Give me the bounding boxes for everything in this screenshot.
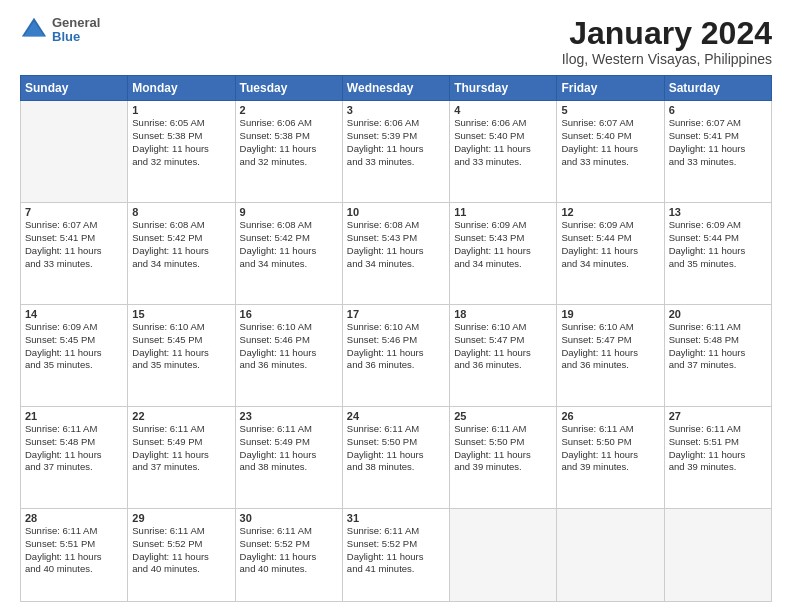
day-number: 5 xyxy=(561,104,659,116)
day-info: Sunrise: 6:09 AM Sunset: 5:45 PM Dayligh… xyxy=(25,321,123,372)
calendar-header-wednesday: Wednesday xyxy=(342,76,449,101)
calendar-cell: 22Sunrise: 6:11 AM Sunset: 5:49 PM Dayli… xyxy=(128,406,235,508)
day-info: Sunrise: 6:11 AM Sunset: 5:50 PM Dayligh… xyxy=(347,423,445,474)
day-info: Sunrise: 6:09 AM Sunset: 5:43 PM Dayligh… xyxy=(454,219,552,270)
calendar-header-sunday: Sunday xyxy=(21,76,128,101)
day-number: 31 xyxy=(347,512,445,524)
calendar-cell: 15Sunrise: 6:10 AM Sunset: 5:45 PM Dayli… xyxy=(128,305,235,407)
calendar-header-friday: Friday xyxy=(557,76,664,101)
calendar-week-row: 28Sunrise: 6:11 AM Sunset: 5:51 PM Dayli… xyxy=(21,508,772,601)
day-number: 10 xyxy=(347,206,445,218)
logo-general: General xyxy=(52,16,100,30)
day-number: 2 xyxy=(240,104,338,116)
calendar-cell: 27Sunrise: 6:11 AM Sunset: 5:51 PM Dayli… xyxy=(664,406,771,508)
day-info: Sunrise: 6:08 AM Sunset: 5:42 PM Dayligh… xyxy=(240,219,338,270)
day-info: Sunrise: 6:10 AM Sunset: 5:45 PM Dayligh… xyxy=(132,321,230,372)
calendar-cell: 18Sunrise: 6:10 AM Sunset: 5:47 PM Dayli… xyxy=(450,305,557,407)
calendar-week-row: 21Sunrise: 6:11 AM Sunset: 5:48 PM Dayli… xyxy=(21,406,772,508)
day-info: Sunrise: 6:10 AM Sunset: 5:47 PM Dayligh… xyxy=(454,321,552,372)
day-number: 7 xyxy=(25,206,123,218)
day-number: 27 xyxy=(669,410,767,422)
day-number: 9 xyxy=(240,206,338,218)
day-number: 8 xyxy=(132,206,230,218)
main-title: January 2024 xyxy=(562,16,772,51)
calendar-header-tuesday: Tuesday xyxy=(235,76,342,101)
calendar-cell: 14Sunrise: 6:09 AM Sunset: 5:45 PM Dayli… xyxy=(21,305,128,407)
logo-text: General Blue xyxy=(52,16,100,45)
day-info: Sunrise: 6:11 AM Sunset: 5:51 PM Dayligh… xyxy=(669,423,767,474)
calendar-cell: 21Sunrise: 6:11 AM Sunset: 5:48 PM Dayli… xyxy=(21,406,128,508)
logo-icon xyxy=(20,16,48,44)
day-info: Sunrise: 6:06 AM Sunset: 5:38 PM Dayligh… xyxy=(240,117,338,168)
calendar-header-saturday: Saturday xyxy=(664,76,771,101)
day-number: 16 xyxy=(240,308,338,320)
calendar-table: SundayMondayTuesdayWednesdayThursdayFrid… xyxy=(20,75,772,602)
calendar-cell: 7Sunrise: 6:07 AM Sunset: 5:41 PM Daylig… xyxy=(21,203,128,305)
calendar-cell: 5Sunrise: 6:07 AM Sunset: 5:40 PM Daylig… xyxy=(557,101,664,203)
calendar-cell: 1Sunrise: 6:05 AM Sunset: 5:38 PM Daylig… xyxy=(128,101,235,203)
day-info: Sunrise: 6:11 AM Sunset: 5:48 PM Dayligh… xyxy=(25,423,123,474)
header: General Blue January 2024 Ilog, Western … xyxy=(20,16,772,67)
calendar-cell xyxy=(664,508,771,601)
calendar-cell xyxy=(557,508,664,601)
calendar-cell xyxy=(21,101,128,203)
day-info: Sunrise: 6:05 AM Sunset: 5:38 PM Dayligh… xyxy=(132,117,230,168)
day-info: Sunrise: 6:11 AM Sunset: 5:52 PM Dayligh… xyxy=(240,525,338,576)
calendar-cell: 24Sunrise: 6:11 AM Sunset: 5:50 PM Dayli… xyxy=(342,406,449,508)
calendar-cell: 10Sunrise: 6:08 AM Sunset: 5:43 PM Dayli… xyxy=(342,203,449,305)
calendar-cell: 6Sunrise: 6:07 AM Sunset: 5:41 PM Daylig… xyxy=(664,101,771,203)
calendar-cell: 12Sunrise: 6:09 AM Sunset: 5:44 PM Dayli… xyxy=(557,203,664,305)
calendar-cell: 4Sunrise: 6:06 AM Sunset: 5:40 PM Daylig… xyxy=(450,101,557,203)
calendar-cell: 30Sunrise: 6:11 AM Sunset: 5:52 PM Dayli… xyxy=(235,508,342,601)
day-info: Sunrise: 6:11 AM Sunset: 5:49 PM Dayligh… xyxy=(240,423,338,474)
day-number: 28 xyxy=(25,512,123,524)
day-info: Sunrise: 6:09 AM Sunset: 5:44 PM Dayligh… xyxy=(561,219,659,270)
calendar-cell: 26Sunrise: 6:11 AM Sunset: 5:50 PM Dayli… xyxy=(557,406,664,508)
calendar-cell: 11Sunrise: 6:09 AM Sunset: 5:43 PM Dayli… xyxy=(450,203,557,305)
day-number: 22 xyxy=(132,410,230,422)
logo: General Blue xyxy=(20,16,100,45)
subtitle: Ilog, Western Visayas, Philippines xyxy=(562,51,772,67)
day-info: Sunrise: 6:07 AM Sunset: 5:41 PM Dayligh… xyxy=(669,117,767,168)
calendar-week-row: 14Sunrise: 6:09 AM Sunset: 5:45 PM Dayli… xyxy=(21,305,772,407)
calendar-week-row: 1Sunrise: 6:05 AM Sunset: 5:38 PM Daylig… xyxy=(21,101,772,203)
day-number: 12 xyxy=(561,206,659,218)
day-number: 20 xyxy=(669,308,767,320)
calendar-week-row: 7Sunrise: 6:07 AM Sunset: 5:41 PM Daylig… xyxy=(21,203,772,305)
day-number: 18 xyxy=(454,308,552,320)
calendar-cell: 3Sunrise: 6:06 AM Sunset: 5:39 PM Daylig… xyxy=(342,101,449,203)
day-info: Sunrise: 6:10 AM Sunset: 5:47 PM Dayligh… xyxy=(561,321,659,372)
calendar-cell: 28Sunrise: 6:11 AM Sunset: 5:51 PM Dayli… xyxy=(21,508,128,601)
calendar-cell: 16Sunrise: 6:10 AM Sunset: 5:46 PM Dayli… xyxy=(235,305,342,407)
day-number: 13 xyxy=(669,206,767,218)
day-info: Sunrise: 6:10 AM Sunset: 5:46 PM Dayligh… xyxy=(240,321,338,372)
calendar-header-monday: Monday xyxy=(128,76,235,101)
calendar-cell: 9Sunrise: 6:08 AM Sunset: 5:42 PM Daylig… xyxy=(235,203,342,305)
calendar-cell: 31Sunrise: 6:11 AM Sunset: 5:52 PM Dayli… xyxy=(342,508,449,601)
calendar-cell: 29Sunrise: 6:11 AM Sunset: 5:52 PM Dayli… xyxy=(128,508,235,601)
calendar-cell: 25Sunrise: 6:11 AM Sunset: 5:50 PM Dayli… xyxy=(450,406,557,508)
day-number: 14 xyxy=(25,308,123,320)
calendar-header-thursday: Thursday xyxy=(450,76,557,101)
day-number: 1 xyxy=(132,104,230,116)
day-info: Sunrise: 6:11 AM Sunset: 5:48 PM Dayligh… xyxy=(669,321,767,372)
calendar-cell: 23Sunrise: 6:11 AM Sunset: 5:49 PM Dayli… xyxy=(235,406,342,508)
day-info: Sunrise: 6:09 AM Sunset: 5:44 PM Dayligh… xyxy=(669,219,767,270)
day-number: 26 xyxy=(561,410,659,422)
calendar-cell: 8Sunrise: 6:08 AM Sunset: 5:42 PM Daylig… xyxy=(128,203,235,305)
day-info: Sunrise: 6:11 AM Sunset: 5:51 PM Dayligh… xyxy=(25,525,123,576)
day-number: 4 xyxy=(454,104,552,116)
day-number: 25 xyxy=(454,410,552,422)
day-info: Sunrise: 6:11 AM Sunset: 5:52 PM Dayligh… xyxy=(132,525,230,576)
title-block: January 2024 Ilog, Western Visayas, Phil… xyxy=(562,16,772,67)
day-info: Sunrise: 6:08 AM Sunset: 5:42 PM Dayligh… xyxy=(132,219,230,270)
day-info: Sunrise: 6:06 AM Sunset: 5:40 PM Dayligh… xyxy=(454,117,552,168)
day-number: 29 xyxy=(132,512,230,524)
day-number: 19 xyxy=(561,308,659,320)
day-info: Sunrise: 6:11 AM Sunset: 5:50 PM Dayligh… xyxy=(454,423,552,474)
calendar-cell: 2Sunrise: 6:06 AM Sunset: 5:38 PM Daylig… xyxy=(235,101,342,203)
page: General Blue January 2024 Ilog, Western … xyxy=(0,0,792,612)
day-info: Sunrise: 6:10 AM Sunset: 5:46 PM Dayligh… xyxy=(347,321,445,372)
calendar-cell: 13Sunrise: 6:09 AM Sunset: 5:44 PM Dayli… xyxy=(664,203,771,305)
calendar-header-row: SundayMondayTuesdayWednesdayThursdayFrid… xyxy=(21,76,772,101)
